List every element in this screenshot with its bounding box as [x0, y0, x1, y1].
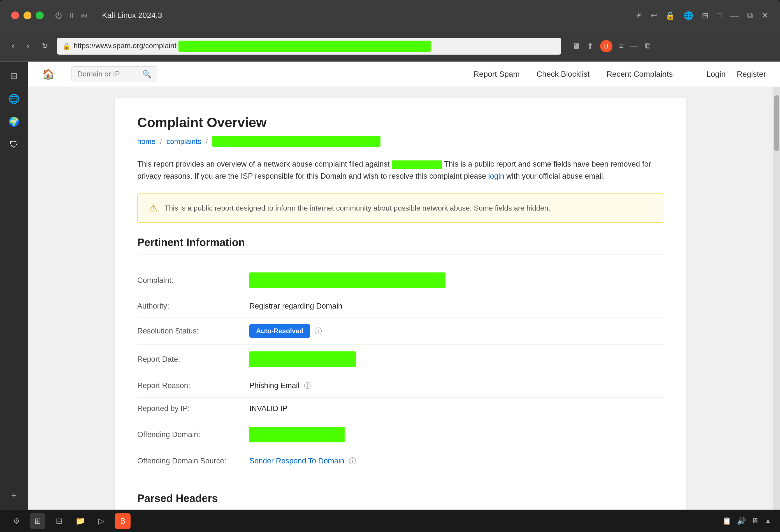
- sidebar-panel-icon[interactable]: ⊟: [7, 67, 21, 85]
- complaint-highlight: [249, 272, 445, 288]
- taskbar-folder-icon[interactable]: 📁: [72, 513, 88, 529]
- info-row-complaint: Complaint:: [137, 266, 664, 295]
- info-row-reported-ip: Reported by IP: INVALID IP: [137, 397, 664, 420]
- taskbar-right: 📋 🔊 🖥 ▲: [722, 517, 772, 525]
- value-complaint: [249, 272, 664, 288]
- warning-icon: ⚠: [149, 202, 158, 214]
- sidebar-globe2-icon[interactable]: 🌍: [5, 113, 23, 130]
- site-nav-links: Report Spam Check Blocklist Recent Compl…: [474, 70, 673, 79]
- label-report-date: Report Date:: [137, 355, 249, 364]
- value-report-date: [249, 352, 664, 367]
- browser-nav-bar: ‹ › ↻ 🔒 https://www.spam.org/complaint 🖥…: [0, 31, 780, 62]
- label-reported-ip: Reported by IP:: [137, 404, 249, 413]
- parsed-headers-title: Parsed Headers: [137, 487, 664, 504]
- taskbar-code-icon[interactable]: ▷: [94, 513, 109, 529]
- browser-window: ⏻ ⏸ ⏮ Kali Linux 2024.3 ☀ ↩ 🔒 🌐 ⊞ □ — ⧉ …: [0, 0, 780, 532]
- reload-button[interactable]: ↻: [38, 40, 51, 53]
- monitor-icon: 🖥: [572, 42, 580, 51]
- window-min-icon: —: [730, 10, 739, 21]
- window-icon: □: [717, 11, 722, 20]
- taskbar-volume-icon: 🔊: [737, 517, 746, 525]
- menu-icon[interactable]: ≡: [619, 42, 624, 51]
- info-row-authority: Authority: Registrar regarding Domain: [137, 295, 664, 318]
- offending-domain-highlight: [249, 427, 345, 442]
- search-input[interactable]: [77, 70, 139, 78]
- window-title: Kali Linux 2024.3: [102, 11, 162, 20]
- nav-check-blocklist[interactable]: Check Blocklist: [537, 70, 590, 79]
- value-report-reason: Phishing Email ⓘ: [249, 381, 664, 390]
- new-tab-icon[interactable]: ⧉: [645, 42, 650, 51]
- report-date-highlight: [249, 352, 356, 367]
- desc-end: with your official abuse email.: [506, 172, 605, 180]
- label-authority: Authority:: [137, 302, 249, 311]
- share-icon: ⬆: [587, 42, 593, 51]
- forward-nav-button[interactable]: ›: [23, 40, 33, 53]
- back-icon: ↩: [650, 11, 657, 20]
- sidebar-toggle-icon[interactable]: —: [630, 42, 638, 51]
- content-wrapper: Complaint Overview home / complaints /: [92, 98, 709, 510]
- white-card: Complaint Overview home / complaints /: [115, 98, 686, 510]
- resolution-info-icon[interactable]: ⓘ: [314, 326, 322, 336]
- nav-recent-complaints[interactable]: Recent Complaints: [606, 70, 673, 79]
- lock-icon: 🔒: [666, 11, 675, 20]
- auto-resolved-badge: Auto-Resolved: [249, 324, 310, 338]
- sun-icon: ☀: [635, 11, 642, 20]
- desc-before: This report provides an overview of a ne…: [137, 160, 389, 168]
- taskbar-brave-icon[interactable]: B: [115, 513, 131, 529]
- label-complaint: Complaint:: [137, 276, 249, 285]
- nav-report-spam[interactable]: Report Spam: [474, 70, 520, 79]
- maximize-button[interactable]: [36, 11, 44, 19]
- breadcrumb-home[interactable]: home: [137, 137, 155, 146]
- search-box[interactable]: 🔍: [71, 66, 157, 82]
- info-row-offending-domain: Offending Domain:: [137, 420, 664, 449]
- scrollbar[interactable]: [773, 87, 780, 510]
- taskbar-arrow-icon: ▲: [764, 517, 772, 525]
- breadcrumb-sep2: /: [206, 137, 208, 146]
- title-bar-icons: ☀ ↩ 🔒 🌐 ⊞ □ — ⧉ ✕: [635, 10, 769, 21]
- content-area: Complaint Overview home / complaints /: [28, 87, 780, 510]
- info-table: Complaint: Authority: Registrar regardin…: [137, 266, 664, 473]
- url-text: https://www.spam.org/complaint: [74, 41, 555, 52]
- report-reason-info-icon[interactable]: ⓘ: [304, 381, 311, 390]
- label-domain-source: Offending Domain Source:: [137, 457, 249, 465]
- home-icon[interactable]: 🏠: [42, 68, 55, 80]
- domain-source-info-icon[interactable]: ⓘ: [349, 456, 356, 466]
- report-reason-text: Phishing Email: [249, 381, 299, 390]
- nav-right-icons: 🖥 ⬆ B ≡ — ⧉: [572, 40, 650, 52]
- minimize-button[interactable]: [23, 11, 31, 19]
- info-row-report-reason: Report Reason: Phishing Email ⓘ: [137, 374, 664, 397]
- taskbar-terminal-icon[interactable]: ⊟: [51, 513, 67, 529]
- taskbar-settings-icon[interactable]: ⚙: [8, 513, 24, 529]
- sidebar-shield-icon[interactable]: 🛡: [6, 136, 22, 153]
- url-prefix: https://www.spam.org/complaint: [74, 41, 177, 50]
- sidebar-add-icon[interactable]: +: [8, 487, 20, 504]
- value-authority: Registrar regarding Domain: [249, 302, 664, 311]
- scroll-thumb[interactable]: [774, 95, 779, 151]
- brave-shield-icon: B: [600, 40, 613, 52]
- site-nav: 🏠 🔍 Report Spam Check Blocklist Recent C…: [28, 62, 780, 87]
- back-nav-button[interactable]: ‹: [8, 40, 18, 53]
- url-highlight: [179, 41, 431, 52]
- desc-login-link[interactable]: login: [488, 172, 504, 180]
- close-button[interactable]: [11, 11, 19, 19]
- info-row-domain-source: Offending Domain Source: Sender Respond …: [137, 449, 664, 473]
- breadcrumb-complaints[interactable]: complaints: [166, 137, 201, 146]
- globe-icon: 🌐: [684, 11, 693, 20]
- label-report-reason: Report Reason:: [137, 381, 249, 390]
- search-icon[interactable]: 🔍: [142, 70, 151, 78]
- taskbar-clipboard-icon: 📋: [722, 517, 731, 525]
- section-title: Pertinent Information: [137, 236, 664, 255]
- value-domain-source: Sender Respond To Domain ⓘ: [249, 456, 664, 466]
- nav-register[interactable]: Register: [737, 70, 766, 79]
- address-bar[interactable]: 🔒 https://www.spam.org/complaint: [57, 38, 561, 55]
- main-area: 🏠 🔍 Report Spam Check Blocklist Recent C…: [28, 62, 780, 510]
- breadcrumb-current: [212, 136, 381, 147]
- domain-source-link[interactable]: Sender Respond To Domain: [249, 457, 344, 465]
- description-text: This report provides an overview of a ne…: [137, 158, 664, 182]
- page-content: Complaint Overview home / complaints /: [28, 87, 773, 510]
- value-resolution: Auto-Resolved ⓘ: [249, 324, 664, 338]
- taskbar-apps-icon[interactable]: ⊞: [30, 513, 45, 529]
- nav-login[interactable]: Login: [706, 70, 726, 79]
- sidebar-globe-icon[interactable]: 🌐: [5, 90, 23, 108]
- label-resolution: Resolution Status:: [137, 327, 249, 335]
